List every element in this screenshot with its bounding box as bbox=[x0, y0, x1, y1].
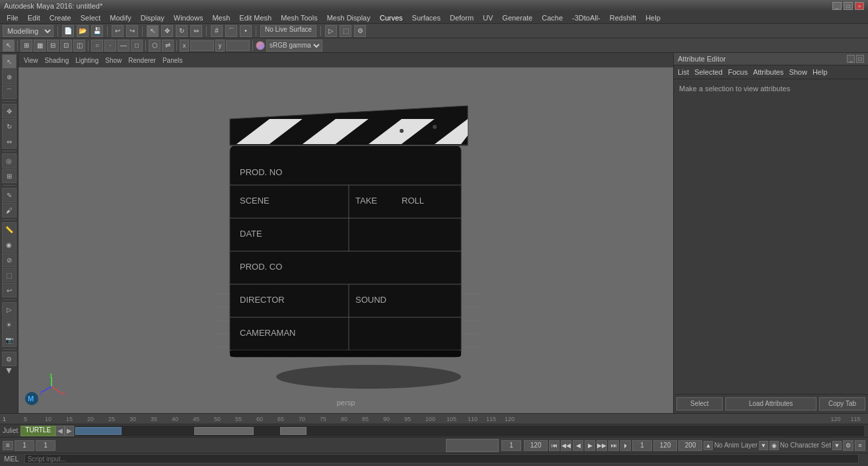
menu-curves[interactable]: Curves bbox=[376, 13, 407, 22]
max-end-input[interactable] bbox=[678, 440, 702, 451]
scale-tool-icon[interactable]: ⇔ bbox=[190, 25, 202, 37]
menu-3dtoall[interactable]: -3DtoAll- bbox=[568, 13, 604, 22]
coord-x-input[interactable]: 0.00 bbox=[190, 40, 214, 51]
menu-uv[interactable]: UV bbox=[479, 13, 497, 22]
mode-selector[interactable]: Modelling Rigging Animation FX Rendering bbox=[3, 25, 54, 37]
render-icon[interactable]: ▷ bbox=[325, 25, 337, 37]
minimize-button[interactable]: _ bbox=[832, 2, 842, 10]
goto-start-btn[interactable]: ⏮ bbox=[549, 440, 560, 451]
vertex-icon[interactable]: · bbox=[104, 40, 116, 52]
menu-surfaces[interactable]: Surfaces bbox=[408, 13, 445, 22]
joint-btn[interactable]: ◉ bbox=[2, 237, 17, 252]
menu-mesh-tools[interactable]: Mesh Tools bbox=[277, 13, 321, 22]
undo-icon[interactable]: ↩ bbox=[112, 25, 124, 37]
menu-generate[interactable]: Generate bbox=[498, 13, 536, 22]
attr-nav-attributes[interactable]: Attributes bbox=[753, 68, 783, 76]
save-file-icon[interactable]: 💾 bbox=[91, 25, 103, 37]
attr-nav-focus[interactable]: Focus bbox=[728, 68, 748, 76]
select-mode-icon[interactable]: ○ bbox=[91, 40, 103, 52]
light-btn[interactable]: ☀ bbox=[2, 317, 17, 332]
menu-redshift[interactable]: Redshift bbox=[606, 13, 640, 22]
cluster-btn[interactable]: ⬚ bbox=[2, 268, 17, 282]
menu-windows[interactable]: Windows bbox=[170, 13, 207, 22]
render-btn[interactable]: ▷ bbox=[2, 302, 17, 317]
step-fwd-btn[interactable]: ▶▶ bbox=[597, 440, 607, 451]
attr-nav-list[interactable]: List bbox=[678, 68, 689, 76]
end-frame-input[interactable] bbox=[524, 440, 548, 451]
attr-float-btn[interactable]: □ bbox=[856, 55, 864, 63]
move-tool-icon[interactable]: ✥ bbox=[161, 25, 173, 37]
coord-y-input[interactable]: 1.00 bbox=[226, 40, 250, 51]
sculpt-btn[interactable]: ✎ bbox=[2, 188, 17, 202]
vp-menu-view[interactable]: View bbox=[21, 56, 41, 65]
sym-icon[interactable]: ⇌ bbox=[162, 40, 174, 52]
step-back-btn[interactable]: ◀◀ bbox=[561, 440, 571, 451]
vp-menu-panels[interactable]: Panels bbox=[160, 56, 186, 65]
menu-edit[interactable]: Edit bbox=[24, 13, 44, 22]
show-manip-btn[interactable]: ⊞ bbox=[2, 169, 17, 183]
menu-edit-mesh[interactable]: Edit Mesh bbox=[235, 13, 275, 22]
menu-icon-btn[interactable]: ≡ bbox=[3, 441, 13, 450]
turtle-track-btn[interactable]: TURTLE bbox=[20, 426, 55, 436]
redo-icon[interactable]: ↪ bbox=[126, 25, 138, 37]
snap-point-icon[interactable]: • bbox=[240, 25, 252, 37]
char-set-icon[interactable]: ◉ bbox=[770, 441, 779, 450]
arrow-tool-icon[interactable]: ↖ bbox=[3, 40, 15, 52]
measure-btn[interactable]: 📏 bbox=[2, 222, 17, 237]
attr-select-btn[interactable]: Select bbox=[676, 397, 723, 410]
attr-copy-btn[interactable]: Copy Tab bbox=[819, 397, 865, 410]
no-live-surface-btn[interactable]: No Live Surface bbox=[260, 25, 316, 37]
char-set-dropdown[interactable]: ▼ bbox=[832, 441, 842, 450]
vp-btn1[interactable]: ⊞ bbox=[20, 40, 32, 52]
attr-nav-selected[interactable]: Selected bbox=[694, 68, 723, 76]
vp-btn4[interactable]: ⊡ bbox=[60, 40, 72, 52]
viewport[interactable]: View Shading Lighting Show Renderer Pane… bbox=[18, 53, 673, 413]
lasso-btn[interactable]: ⌒ bbox=[2, 85, 17, 99]
new-file-icon[interactable]: 📄 bbox=[62, 25, 74, 37]
soft-select-icon[interactable]: ⬡ bbox=[149, 40, 161, 52]
frame-display[interactable] bbox=[632, 440, 652, 451]
camera-btn[interactable]: 📷 bbox=[2, 332, 17, 347]
menu-create[interactable]: Create bbox=[46, 13, 75, 22]
attr-nav-show[interactable]: Show bbox=[789, 68, 807, 76]
vp-btn2[interactable]: ▦ bbox=[34, 40, 46, 52]
color-icon[interactable] bbox=[256, 41, 265, 50]
close-button[interactable]: × bbox=[855, 2, 864, 10]
menu-display[interactable]: Display bbox=[137, 13, 168, 22]
menu-deform[interactable]: Deform bbox=[446, 13, 478, 22]
vp-menu-lighting[interactable]: Lighting bbox=[73, 56, 101, 65]
paint-sel-btn[interactable]: ⊕ bbox=[2, 69, 17, 84]
menu-mesh[interactable]: Mesh bbox=[208, 13, 234, 22]
vp-btn5[interactable]: ◫ bbox=[73, 40, 85, 52]
settings-icon1[interactable]: ⚙ bbox=[843, 440, 853, 451]
track-next-btn[interactable]: ▶ bbox=[65, 426, 74, 436]
menu-select[interactable]: Select bbox=[77, 13, 105, 22]
track-bar-area[interactable] bbox=[75, 426, 864, 436]
goto-end-btn[interactable]: ⏭ bbox=[608, 440, 619, 451]
loop-btn[interactable]: ⏵ bbox=[620, 440, 631, 451]
soft-sel-btn[interactable]: ◎ bbox=[2, 153, 17, 168]
settings-icon2[interactable]: ≡ bbox=[855, 440, 865, 451]
menu-cache[interactable]: Cache bbox=[538, 13, 567, 22]
play-back-btn[interactable]: ◀ bbox=[573, 440, 583, 451]
misc-btn[interactable]: ⚙ bbox=[2, 352, 17, 366]
menu-help[interactable]: Help bbox=[641, 13, 665, 22]
snap-grid-icon[interactable]: # bbox=[211, 25, 223, 37]
frame-input-center[interactable] bbox=[501, 440, 521, 451]
maximize-button[interactable]: □ bbox=[844, 2, 853, 10]
snap-curve-icon[interactable]: ⌒ bbox=[225, 25, 237, 37]
current-frame-input[interactable] bbox=[36, 440, 55, 451]
timeline-ruler[interactable]: 1 5 10 15 20 25 30 35 40 45 50 55 60 65 … bbox=[0, 414, 868, 424]
render-settings-icon[interactable]: ⚙ bbox=[354, 25, 366, 37]
bend-btn[interactable]: ↩ bbox=[2, 283, 17, 297]
face-icon[interactable]: □ bbox=[131, 40, 143, 52]
vp-btn3[interactable]: ⊟ bbox=[47, 40, 59, 52]
move-btn[interactable]: ✥ bbox=[2, 104, 17, 118]
track-prev-btn[interactable]: ◀ bbox=[55, 426, 65, 436]
script-input[interactable] bbox=[24, 454, 859, 463]
menu-file[interactable]: File bbox=[3, 13, 22, 22]
color-mode-select[interactable]: sRGB gamma bbox=[266, 40, 322, 52]
select-tool-btn[interactable]: ↖ bbox=[2, 54, 17, 69]
vp-menu-renderer[interactable]: Renderer bbox=[126, 56, 159, 65]
ik-btn[interactable]: ⊘ bbox=[2, 252, 17, 267]
